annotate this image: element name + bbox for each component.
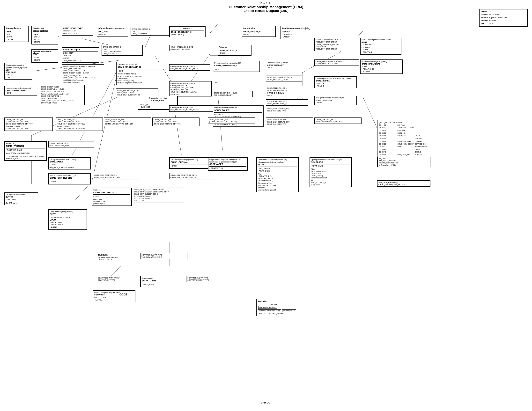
scappttype-box: Afspraaksoort SCAPPTTYPE - APPT_TYPE	[140, 276, 180, 287]
scappseg-box: Opslag voor additionele afspraken (30) S…	[310, 157, 352, 187]
crmd-srrel-link: CRMD_ORDERADM_H-GUID = SSRELROLES-OBJKEY	[213, 91, 253, 97]
prioriteiten-box: Prioriteiten met omschrijving SCPRIOT - …	[281, 26, 314, 39]
crmc-brelvonae-box: Extra attributen objectkoppeling CRMC_BR…	[360, 59, 403, 74]
orderadm-i-product-link: CRMD_ORDERADM_M-GUID = CRMD_PRODUCT_I-GU…	[266, 75, 302, 82]
ssrelroles-role-a: SSRELROLES-ROLEID = CRMD_BINREL-ROLE_A	[266, 86, 308, 92]
crmd-srv-refobj-box: Statuscode referentie-object (29) CRMD_S…	[48, 173, 91, 185]
crmd-orderadm-h-box: Zakelijke transactie (05) CRMD_ORDERADM_…	[116, 62, 163, 85]
page-header: Page 1 of 1	[0, 0, 532, 4]
opportunity-box: Opportunity CRMD_OPPORT_H - GUID	[242, 26, 276, 37]
scappttype-timecuev-link: SCAPPTSEG-APPT_TYPE = TIMECUEV-NAME_EVEN…	[140, 253, 187, 259]
ssrelroles-role-b: SSRELROLES-ROLEID = CRMD_BINREL-ROLE_B	[266, 99, 308, 106]
subtitle: Entiteit Relatie Diagram (ERD)	[0, 9, 532, 13]
crmd-order-index-links: CRMD_ORDER_INDEX- CRMD_ORDERADM_H-GUID =…	[40, 85, 85, 105]
legend-box: Legenda: › 1 op n relatie DATABASE RELAT…	[256, 299, 348, 316]
guid-jsto-link: CRMD_ORDERADM_H- GUID > CRM_JSTO-OBJNR	[131, 27, 169, 36]
wff-loio-link: WFF_DATA_PHO-LOIO_ID (CRMD_LINK-OBJTYPE_…	[377, 180, 430, 187]
guid-set-link1: CRMD_ORDERADM_H-GUID = CRMD_LINK-GUID-HI…	[169, 81, 212, 96]
crmc-brelvonae-link: CRMD_BRELVONAE-RELATIONID = CRMD_BINREL-…	[314, 59, 359, 66]
crmd-link-objtype-hi: CRMD_LINK-OBJTYPE_HI = CRMC_OBJECTS-TYPE	[266, 107, 308, 113]
systeemstatussen-box: Systeemstatussen TJ02T - ISTAT - SPRAS	[31, 49, 58, 63]
page-footer: CRM-SAP	[0, 402, 532, 404]
scapptxt-box: Omschrijving van afspraaksoort SCAPPTXT …	[93, 290, 135, 302]
ingang-box: INGANG CRMD_ORDERADM_H- GUID = {GUID}	[169, 26, 206, 37]
teksten-gebruikerstatus-box: Teksten van gebruikerstatus TJ30T - STSM…	[31, 26, 58, 45]
crmd-srv-subject-katalog-link: CRMD_SRV_SUBJECT-KATALOGART CRMD_SRV_SUB…	[133, 188, 185, 203]
orderadm-h-links1: CRMD_ORDERADM_H- GUID > CRMD_ORDER-OBJNR…	[102, 45, 143, 56]
crmc-objects-box: Zakelijke transactie-deelsobjectype CRMC…	[314, 96, 357, 105]
qpcd-box: Code-teksten (uitleg teksten) QPCT Contr…	[48, 209, 87, 230]
timecuev-box: TIMECUEV Symbolic name for event - NAME_…	[97, 253, 139, 262]
crmd-order-index-box: Indextabel one-order-document CRMD_ORDER…	[4, 86, 37, 95]
crmd-srv-osset-guid-set-link: CRMD_SRV_OSSET-GUID_SET = CRMD_SRV_SUBJE…	[169, 173, 215, 179]
partner-no-link: CRMD_PARTNER_NO = BUT000-PARTNER_GUID	[48, 141, 94, 148]
link-objtype-5: CRMD_LINK-APPL_GUID = (CRMD_LINK-OBJTYPE…	[208, 118, 255, 124]
crmc-proc-type-box: CRMC_PROC_TYPE Transactiesoort - PROCESS…	[62, 26, 93, 36]
activiteit-box: Activiteit CRMD_ACTIVITY_H - GUID	[218, 45, 251, 56]
stxh-link: CRMD_ORDER >CRM_ORDERH TDOBJECT >CRM_ORD…	[314, 38, 359, 51]
code-label: CODE	[119, 293, 127, 296]
link-objtype-2: CRMD_LINK-GUID_SET = CRMD_LINK-GUID_SET …	[56, 118, 103, 131]
crmd-orderadm-i-box: Positie zakelijke transactie (06) CRMD_O…	[213, 61, 260, 72]
crmd-partner-box: Partner (07) CRMD_PARTNER - PARTNER_GUID…	[4, 141, 47, 161]
crmd-orderadm-activity-link: CRMD_ORDERADM_H-GUID = RMD_ORDERADM_H-GU…	[169, 64, 210, 71]
stxh-box: STXD SAPscript teksbestand header STXH -…	[360, 38, 401, 55]
wff-table-box: _HI_SET DB-TABLENAME 0502PAYPLAN 05, 060…	[377, 120, 445, 157]
but000-box: ZP: Algemene gegevens BUT000 - PARTNER Z…	[4, 192, 38, 205]
link-objtype-4: CRMD_LINK-GUID_SET = CRMD_LINK-GUID_SET …	[152, 118, 200, 126]
crmd-srv-osset-link: CRMD_SRV_OSSET-GUID = CRMD_SRV_REFOBJ-GU…	[93, 173, 139, 179]
crmd-binrel-box: Koppelingen tussen CRM-applicatie-object…	[314, 76, 357, 88]
crmd-link-objtype-set: CRMD_LINK-OBJTYPE_SET = CRMC_OBJECTS-TYP…	[266, 120, 308, 126]
link-objtype-58: CRMD_LINK-GUID_SET = (CRMD_LINK-OBJTYPE_…	[314, 118, 361, 124]
info-statusobject-box: Informatie over statusobject CRM_JSTO - …	[97, 26, 128, 37]
link-objtype-3: CRMD_LINK-GUID_SET = CRMD_LINK-GUID_SET …	[104, 118, 151, 126]
crmd-product-i-box: Transactieopsie - product CRMD_PRODUCT_I…	[266, 61, 301, 70]
crm-jcds-box: Wijzigingsdocumenten systeem-statuswijzi…	[4, 63, 32, 80]
link-objtype-1: CRMD_LINK-GUID_SET = CRMD_LINK-GUID_SET …	[4, 118, 53, 131]
scgenappt-box: Gegenereerde afspraken (Standaard SAP re…	[208, 157, 248, 171]
crm-jest-box: Status per object CRM_JEST - OBJNR - STA…	[62, 47, 99, 63]
main-title: Customer Relationship Management (CRM)	[0, 5, 532, 9]
orderadm-m-link: CRMD_ORDERADM_H-GUID = RMD_ORDERADM_M-GU…	[169, 105, 214, 112]
crmd-activity-link: CRMD_ORDERADM_H-GUID CRMD_ACTIVITY_I-GUI…	[169, 45, 210, 51]
crmd-orgman-box: Set van organisatiegegevens (21) CRMD_OR…	[169, 157, 212, 169]
page-number: Page 1 of 1	[260, 2, 272, 4]
crmd-srv-subject-box: Statuscode CRMD_SRV_SUBJECT - GUID Opmer…	[92, 188, 132, 206]
statusschema-box: Statusschema's TJ30T TJ20 - ISTAT - STSM…	[4, 26, 28, 42]
scappt-box: Gebruikersspecifieke afspraken (30) (Gec…	[256, 157, 299, 192]
zakelijke-verkooplijst-box: Zakelijke transactie verkooplijst (11) C…	[48, 157, 91, 169]
partners-link1: Partners van transactie van type transac…	[62, 64, 104, 84]
scapptseg-appttype-link: SCAPPTSEG-APPT_TYPE = SCAPTXT-APPTTYPE	[97, 276, 139, 282]
scapptseg-scappttype-link: SCAPPTSEG-APPT_TYPE = SCAPPTTYPE-APPT_TY…	[186, 276, 232, 282]
